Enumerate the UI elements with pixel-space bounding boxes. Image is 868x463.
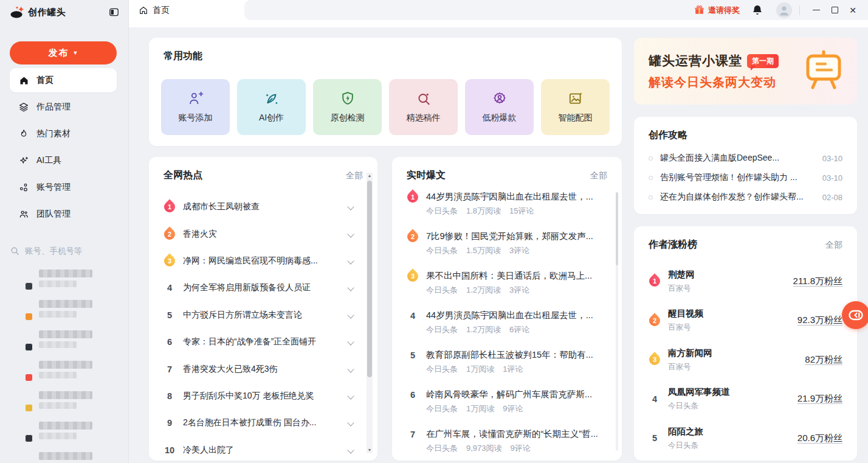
notification-bell-icon[interactable] [751,4,764,17]
quick-action-tile[interactable]: 原创检测 [313,79,382,135]
hot-topic-row[interactable]: 9 2名台胞在日本被打成重伤 国台办... [164,409,353,436]
quick-action-tile[interactable]: 账号添加 [161,79,230,135]
scroll-thumb[interactable] [616,192,618,265]
account-name-redacted [39,270,92,287]
chevron-down-icon[interactable] [347,392,354,399]
nav-label: 热门素材 [36,128,71,139]
chevron-down-icon[interactable] [347,285,354,291]
chevron-down-icon[interactable] [347,420,354,426]
hot-topic-row[interactable]: 7 香港突发大火已致4死3伤 [164,355,353,382]
chevron-down-icon[interactable] [347,447,354,453]
guide-row[interactable]: 罐头全面接入满血版DeepSee... 03-10 [649,148,842,168]
window-maximize-button[interactable] [825,2,844,19]
tabstrip: 邀请得奖 ✕ [244,0,868,20]
chevron-down-icon[interactable] [347,312,354,318]
article-comments: 9评论 [511,443,531,454]
tab-home[interactable]: 首页 [139,0,170,21]
works-icon [18,102,29,113]
scroll-thumb[interactable] [367,181,372,377]
fans-rank-row[interactable]: 5 陌陌之旅 今日头条 20.6万粉丝 [649,419,842,458]
sidebar-nav-item[interactable]: 团队管理 [10,202,117,226]
scroll-up-icon[interactable]: ▲ [367,173,373,179]
platform-badge-icon [25,434,33,442]
viral-articles-all-link[interactable]: 全部 [590,170,607,181]
platform-badge-icon [25,282,33,290]
float-collapse-button[interactable] [842,301,868,329]
author-name: 南方新闻网 [668,347,712,359]
sidebar-collapse-icon[interactable] [108,6,120,18]
publish-button[interactable]: 发布 ▼ [10,41,117,64]
fans-rank-row[interactable]: 1 荆楚网 百家号 211.8万粉丝 [649,262,842,301]
home-icon [18,75,29,86]
promo-banner[interactable]: 罐头运营小课堂 第一期 解读今日头条两大变动 [634,38,857,105]
viral-article-row[interactable]: 7 在广州车展，读懂雷克萨斯的“长期主义”哲... 今日头条 9,973阅读 9… [407,428,604,461]
sidebar-nav-item[interactable]: AI工具 [10,148,117,173]
viral-article-row[interactable]: 6 岭南风骨映豪华，解码广州车展雷克萨斯... 今日头条 1万阅读 9评论 [407,389,604,428]
chevron-down-icon[interactable] [347,366,354,372]
fans-rank-row[interactable]: 2 醒目视频 百家号 92.3万粉丝 [649,301,842,341]
viral-article-row[interactable]: 2 7比9惨败！国民党开始算账，郑丽文发声... 今日头条 1.5万阅读 3评论 [407,231,604,270]
hot-topic-row[interactable]: 5 中方驳斥日方所谓立场未变言论 [164,302,353,329]
sidebar-nav-item[interactable]: 热门素材 [10,122,117,146]
account-item[interactable] [10,263,122,293]
hot-topic-row[interactable]: 6 专家：日本的“战争准备”正全面铺开 [164,329,353,355]
guide-row[interactable]: 还在为自媒体创作发愁？创作罐头帮... 02-08 [649,187,842,207]
chevron-down-icon[interactable] [347,231,354,237]
home-tab-icon [139,5,148,15]
viral-articles-card: 实时爆文 全部 1 44岁男演员陈宇因脑出血在出租屋去世，... 今日头条 [392,157,622,461]
viral-article-row[interactable]: 1 44岁男演员陈宇因脑出血在出租屋去世，... 今日头条 1.8万阅读 15评… [407,191,604,231]
hot-topic-row[interactable]: 10 冷美人出院了 [164,437,353,461]
quick-action-tile[interactable]: 精选稿件 [389,79,458,135]
invite-reward-button[interactable]: 邀请得奖 [694,4,740,16]
scrollbar[interactable] [616,192,618,451]
search-input[interactable] [25,246,129,256]
fans-rank-row[interactable]: 4 凤凰网军事频道 今日头条 21.9万粉丝 [649,380,842,419]
account-item[interactable] [10,385,122,415]
chevron-down-icon[interactable] [347,338,354,345]
window-minimize-button[interactable] [807,2,825,19]
hot-topic-row[interactable]: 1 成都市长王凤朝被查 [164,193,353,220]
account-item[interactable] [10,324,122,354]
viral-article-row[interactable]: 5 教育部原副部长杜玉波被判15年：帮助有... 今日头条 1万阅读 1评论 [407,349,604,389]
account-name-redacted [39,452,92,463]
quick-action-tile[interactable]: AI创作 [237,79,306,135]
quick-action-tile[interactable]: 智能配图 [541,79,610,135]
account-item[interactable] [10,354,122,385]
sidebar-nav-item[interactable]: 账号管理 [10,175,117,200]
nav-label: 团队管理 [36,209,71,220]
scroll-down-icon[interactable]: ▼ [367,447,373,453]
article-title: 教育部原副部长杜玉波被判15年：帮助有... [426,349,604,361]
chevron-down-icon[interactable] [347,257,354,264]
sidebar-nav-item[interactable]: 作品管理 [10,95,117,119]
viral-article-row[interactable]: 4 44岁男演员陈宇因脑出血在出租屋去世，... 今日头条 1.2万阅读 6评论 [407,310,604,349]
article-title: 岭南风骨映豪华，解码广州车展雷克萨斯... [426,389,604,400]
scrollbar[interactable]: ▲ ▼ [367,173,373,453]
rank-badge: 2 [647,313,662,328]
hot-topic-row[interactable]: 2 香港火灾 [164,220,353,247]
hot-topic-row[interactable]: 3 净网：网民编造民宿现不明病毒感... [164,248,353,274]
chevron-down-icon[interactable] [347,204,354,211]
hot-topics-all-link[interactable]: 全部 [346,170,363,181]
sidebar-nav: 首页 作品管理 热门素材 AI工具 [10,68,117,229]
window-close-button[interactable]: ✕ [844,2,862,19]
author-platform: 百家号 [668,284,695,294]
quick-action-tile[interactable]: 低粉爆款 [465,79,534,135]
hot-topic-row[interactable]: 4 为何全军将启用新版预备役人员证 [164,274,353,301]
account-item[interactable] [10,293,122,324]
guide-row[interactable]: 告别账号管理烦恼！创作罐头助力 ... 03-10 [649,168,842,187]
user-avatar[interactable] [776,2,792,18]
guides-card: 创作攻略 罐头全面接入满血版DeepSee... 03-10 告别账号管理烦恼！… [634,117,857,214]
author-platform: 今日头条 [668,401,730,411]
guide-date: 02-08 [822,193,842,202]
sidebar-nav-item[interactable]: 首页 [10,68,117,92]
account-name-redacted [39,330,92,348]
account-item[interactable] [10,415,122,445]
viral-article-row[interactable]: 3 果不出中国所料：美日通话后，欧洲马上... 今日头条 1.2万阅读 3评论 [407,270,604,310]
account-item[interactable] [10,445,122,463]
tile-label: 账号添加 [179,113,213,124]
fans-rank-all-link[interactable]: 全部 [825,240,842,251]
quick-actions-title: 常用功能 [164,50,202,63]
hot-topic-row[interactable]: 8 男子刮刮乐中奖10万 老板拒绝兑奖 [164,383,353,409]
rank-badge: 10 [164,445,176,455]
fans-rank-row[interactable]: 3 南方新闻网 百家号 82万粉丝 [649,340,842,380]
